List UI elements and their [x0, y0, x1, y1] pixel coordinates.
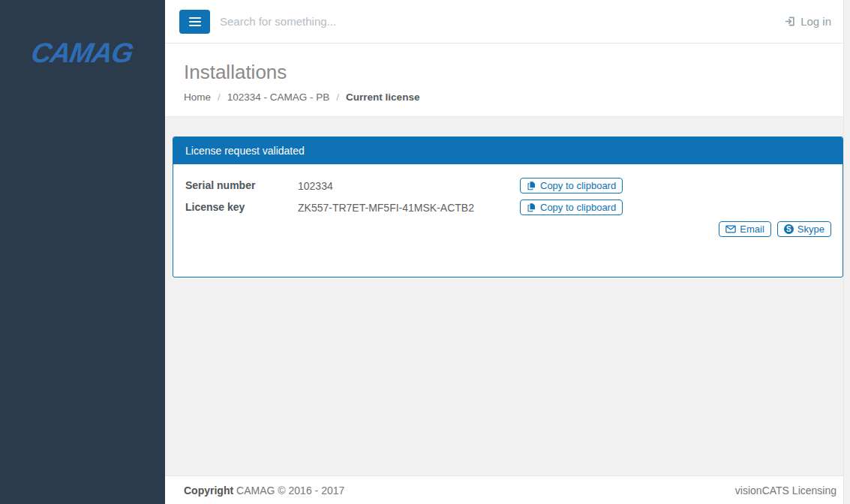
panel-body: Serial number 102334 Copy to clipboard L…	[173, 164, 842, 277]
copy-serial-button[interactable]: Copy to clipboard	[520, 178, 623, 194]
copy-license-label: Copy to clipboard	[540, 202, 616, 212]
panel-header: License request validated	[173, 137, 842, 164]
content-header: Installations Home / 102334 - CAMAG - PB…	[165, 44, 850, 116]
email-button-label: Email	[740, 224, 764, 234]
login-link[interactable]: Log in	[785, 15, 831, 28]
panel-title: License request validated	[185, 145, 305, 157]
copy-license-button[interactable]: Copy to clipboard	[520, 200, 623, 215]
breadcrumb-current: Current license	[346, 92, 419, 103]
page-scrollbar[interactable]	[843, 0, 850, 504]
footer-right-text: visionCATS Licensing	[735, 484, 836, 496]
menu-icon	[189, 17, 201, 19]
camag-logo: CAMAG	[29, 38, 167, 69]
copyright-text: CopyrightCAMAG © 2016 - 2017	[184, 484, 344, 496]
copyright-bold: Copyright	[184, 484, 233, 496]
breadcrumb-separator: /	[218, 92, 221, 103]
menu-toggle-button[interactable]	[179, 10, 210, 34]
breadcrumb: Home / 102334 - CAMAG - PB / Current lic…	[184, 92, 850, 103]
copy-serial-label: Copy to clipboard	[540, 181, 616, 190]
license-panel: License request validated Serial number …	[173, 136, 843, 278]
search-input[interactable]	[220, 15, 785, 28]
breadcrumb-home[interactable]: Home	[184, 92, 211, 103]
skype-button-label: Skype	[797, 224, 824, 234]
copy-icon	[527, 181, 536, 190]
login-label: Log in	[800, 15, 831, 28]
email-button[interactable]: Email	[719, 221, 771, 237]
serial-number-value: 102334	[298, 180, 520, 192]
copyright-rest: CAMAG © 2016 - 2017	[236, 484, 344, 496]
breadcrumb-separator: /	[336, 92, 339, 103]
sidebar: CAMAG	[0, 0, 165, 504]
email-icon	[725, 225, 736, 233]
skype-button[interactable]: S Skype	[777, 221, 831, 237]
page-title: Installations	[184, 61, 850, 84]
content-area: License request validated Serial number …	[165, 116, 850, 476]
license-key-value: ZK557-TR7ET-MF5FI-41MSK-ACTB2	[298, 202, 520, 214]
skype-icon: S	[784, 224, 794, 234]
copy-icon	[527, 202, 536, 212]
sign-in-icon	[785, 16, 796, 27]
serial-number-label: Serial number	[185, 178, 298, 191]
share-row: Email S Skype	[185, 221, 831, 237]
license-key-label: License key	[185, 200, 298, 213]
topbar: Log in	[165, 0, 850, 44]
breadcrumb-installation[interactable]: 102334 - CAMAG - PB	[227, 92, 330, 103]
license-key-row: License key ZK557-TR7ET-MF5FI-41MSK-ACTB…	[185, 200, 831, 215]
main-column: Log in Installations Home / 102334 - CAM…	[165, 0, 850, 504]
footer: CopyrightCAMAG © 2016 - 2017 visionCATS …	[165, 476, 850, 504]
serial-number-row: Serial number 102334 Copy to clipboard	[185, 178, 831, 194]
